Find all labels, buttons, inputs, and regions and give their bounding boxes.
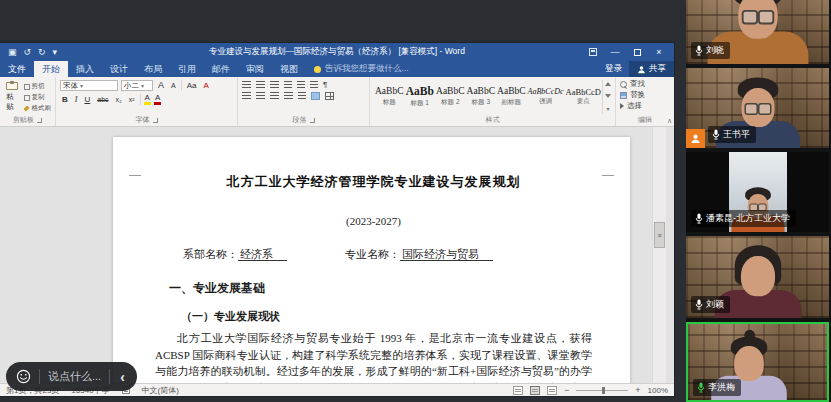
increase-indent-icon[interactable] (297, 81, 305, 89)
select-button[interactable]: 选择 (620, 101, 670, 111)
borders-icon[interactable] (325, 92, 334, 100)
document-scrollbar[interactable]: ≡ (652, 127, 666, 383)
tab-design[interactable]: 设计 (102, 61, 136, 77)
print-layout-icon[interactable] (530, 386, 540, 395)
video-tile-liuying[interactable]: 刘颖 (686, 236, 829, 318)
save-icon[interactable]: ▣ (8, 48, 17, 57)
align-center-icon[interactable] (256, 92, 265, 100)
document-page[interactable]: 北方工业大学经济管理学院专业建设与发展规划 (2023-2027) 系部名称：经… (113, 137, 630, 383)
dialog-launcher-icon[interactable] (37, 118, 42, 123)
style-item-heading3[interactable]: AaBbC 标题 3 (466, 81, 497, 113)
minimize-button[interactable]: — (604, 43, 626, 61)
collapse-chevron-icon[interactable]: ‹ (118, 370, 125, 384)
chat-input-bar[interactable]: 说点什么... ‹ (6, 362, 137, 391)
participants-sidebar: 刘晓 王书平 (686, 0, 831, 402)
strikethrough-button[interactable]: abc (95, 94, 110, 105)
quick-access-toolbar: ▣ ↺ ↻ ▾ (4, 48, 57, 57)
align-left-icon[interactable] (242, 92, 251, 100)
grow-font-button[interactable]: A (156, 80, 166, 91)
dialog-launcher-icon[interactable] (153, 118, 158, 123)
bullet-list-icon[interactable] (242, 81, 251, 89)
style-item-heading1[interactable]: AaBb 标题 1 (405, 81, 436, 113)
style-item-title[interactable]: AaBbC 标题 (374, 81, 405, 113)
tab-review[interactable]: 审阅 (238, 61, 272, 77)
scrollbar-thumb[interactable]: ≡ (654, 222, 665, 248)
clear-formatting-button[interactable]: A (201, 80, 210, 91)
web-layout-icon[interactable] (547, 386, 557, 395)
change-case-button[interactable]: Aa (185, 80, 199, 91)
sign-in-button[interactable]: 登录 (598, 61, 629, 77)
zoom-in-button[interactable]: + (635, 386, 640, 395)
ribbon-tab-bar: 文件 开始 插入 设计 布局 引用 邮件 审阅 视图 告诉我您想要做什么... … (0, 61, 674, 77)
read-mode-icon[interactable] (513, 386, 523, 395)
style-item-emphasis[interactable]: AaBbCcDc 强调 (527, 81, 565, 113)
style-item-heading2[interactable]: AaBbC 标题 2 (435, 81, 466, 113)
decrease-indent-icon[interactable] (284, 81, 292, 89)
chat-placeholder[interactable]: 说点什么... (48, 369, 101, 384)
paste-button[interactable]: 粘贴 (4, 80, 21, 114)
undo-icon[interactable]: ↺ (24, 48, 32, 57)
share-button[interactable]: 共享 (629, 61, 674, 77)
gallery-up-icon[interactable] (605, 82, 611, 86)
redo-icon[interactable]: ↻ (38, 48, 46, 57)
font-color-button[interactable]: A (154, 93, 161, 105)
zoom-out-button[interactable]: − (564, 386, 569, 395)
replace-button[interactable]: 替换 (620, 90, 670, 100)
style-item-subtitle[interactable]: AaBbC 副标题 (496, 81, 527, 113)
caret-icon: ▾ (80, 82, 83, 89)
emoji-icon[interactable] (16, 369, 31, 384)
style-item-strong[interactable]: AaBbCcD 要点 (565, 81, 602, 113)
format-painter-icon (24, 106, 30, 112)
shrink-font-button[interactable]: A (169, 80, 178, 91)
tell-me-box[interactable]: 告诉我您想要做什么... (306, 61, 417, 77)
bold-button[interactable]: B (60, 94, 70, 105)
tab-layout[interactable]: 布局 (136, 61, 170, 77)
multilevel-list-icon[interactable] (270, 81, 279, 89)
close-button[interactable]: × (648, 43, 670, 61)
copy-button[interactable]: 复制 (24, 93, 52, 102)
show-marks-icon[interactable]: ¶ (323, 80, 327, 89)
tab-references[interactable]: 引用 (170, 61, 204, 77)
tab-home[interactable]: 开始 (34, 61, 68, 77)
sort-icon[interactable] (310, 81, 318, 89)
tab-view[interactable]: 视图 (272, 61, 306, 77)
superscript-button[interactable]: x² (127, 94, 137, 105)
ribbon-display-options-icon[interactable] (582, 43, 604, 61)
subscript-button[interactable]: x₂ (114, 94, 124, 105)
caret-icon: ▾ (141, 82, 144, 89)
numbered-list-icon[interactable] (256, 81, 265, 89)
tab-insert[interactable]: 插入 (68, 61, 102, 77)
font-size-select[interactable]: 小二▾ (121, 80, 153, 91)
justify-icon[interactable] (284, 92, 293, 100)
video-tile-wangshuping[interactable]: 王书平 (686, 68, 829, 148)
dept-value: 经济系 (238, 248, 287, 261)
dialog-launcher-icon[interactable] (310, 118, 315, 123)
line-spacing-icon[interactable] (298, 92, 306, 100)
gallery-down-icon[interactable] (605, 94, 611, 98)
zoom-slider[interactable] (576, 390, 628, 391)
font-name-select[interactable]: 宋体▾ (60, 80, 118, 91)
collapse-ribbon-icon[interactable]: ∧ (667, 117, 672, 125)
shading-icon[interactable] (311, 92, 320, 100)
cut-button[interactable]: 剪切 (24, 82, 52, 91)
video-tile-lihongmei-active-speaker[interactable]: 李洪梅 (686, 322, 829, 402)
text-highlight-button[interactable]: A (144, 93, 151, 105)
language-status[interactable]: 中文(简体) (142, 385, 179, 396)
find-button[interactable]: 查找 (620, 79, 670, 89)
underline-button[interactable]: U (82, 94, 92, 105)
tab-mailings[interactable]: 邮件 (204, 61, 238, 77)
zoom-slider-thumb[interactable] (602, 387, 605, 394)
video-tile-pansukun[interactable]: 潘素昆-北方工业大学 (686, 152, 829, 232)
restore-button[interactable] (626, 43, 648, 61)
document-subtitle: (2023-2027) (155, 215, 592, 227)
italic-button[interactable]: I (73, 94, 80, 105)
align-right-icon[interactable] (270, 92, 279, 100)
document-canvas[interactable]: 北方工业大学经济管理学院专业建设与发展规划 (2023-2027) 系部名称：经… (0, 127, 674, 383)
zoom-level[interactable]: 100% (648, 386, 668, 395)
qat-customize-icon[interactable]: ▾ (53, 48, 58, 57)
tab-file[interactable]: 文件 (0, 61, 34, 77)
gallery-more-icon[interactable]: ▾ (606, 105, 609, 112)
video-tile-liuxiao[interactable]: 刘晓 (686, 0, 829, 64)
format-painter-button[interactable]: 格式刷 (24, 104, 52, 113)
replace-label: 替换 (630, 90, 645, 100)
